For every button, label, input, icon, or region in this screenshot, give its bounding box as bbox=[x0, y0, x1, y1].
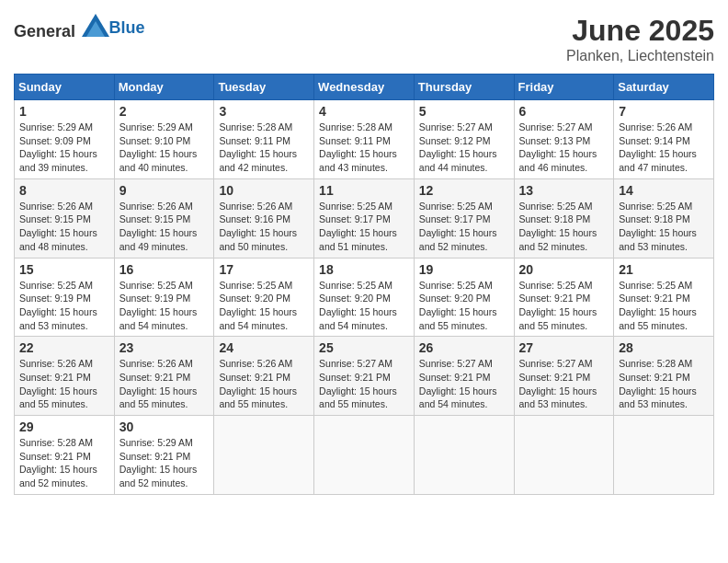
day-cell-25: 25 Sunrise: 5:27 AM Sunset: 9:21 PM Dayl… bbox=[314, 337, 415, 416]
day-cell-1: 1 Sunrise: 5:29 AM Sunset: 9:09 PM Dayli… bbox=[15, 100, 115, 179]
day-info: Sunrise: 5:29 AM Sunset: 9:21 PM Dayligh… bbox=[119, 436, 210, 490]
header: General Blue June 2025 Planken, Liechten… bbox=[14, 14, 714, 64]
day-number: 25 bbox=[319, 340, 409, 355]
day-cell-30: 30 Sunrise: 5:29 AM Sunset: 9:21 PM Dayl… bbox=[114, 416, 214, 495]
day-info: Sunrise: 5:25 AM Sunset: 9:21 PM Dayligh… bbox=[519, 279, 609, 333]
day-number: 6 bbox=[519, 104, 609, 119]
day-number: 5 bbox=[419, 104, 509, 119]
day-info: Sunrise: 5:25 AM Sunset: 9:20 PM Dayligh… bbox=[219, 279, 309, 333]
day-cell-9: 9 Sunrise: 5:26 AM Sunset: 9:15 PM Dayli… bbox=[114, 178, 214, 258]
day-cell-18: 18 Sunrise: 5:25 AM Sunset: 9:20 PM Dayl… bbox=[314, 258, 415, 337]
empty-cell bbox=[314, 416, 415, 495]
day-cell-22: 22 Sunrise: 5:26 AM Sunset: 9:21 PM Dayl… bbox=[15, 337, 115, 416]
day-number: 14 bbox=[619, 183, 709, 198]
day-cell-26: 26 Sunrise: 5:27 AM Sunset: 9:21 PM Dayl… bbox=[414, 337, 514, 416]
day-cell-4: 4 Sunrise: 5:28 AM Sunset: 9:11 PM Dayli… bbox=[314, 100, 415, 179]
day-cell-29: 29 Sunrise: 5:28 AM Sunset: 9:21 PM Dayl… bbox=[15, 416, 115, 495]
day-cell-19: 19 Sunrise: 5:25 AM Sunset: 9:20 PM Dayl… bbox=[414, 258, 514, 337]
day-info: Sunrise: 5:28 AM Sunset: 9:11 PM Dayligh… bbox=[319, 121, 409, 175]
day-cell-21: 21 Sunrise: 5:25 AM Sunset: 9:21 PM Dayl… bbox=[614, 258, 714, 337]
week-row-4: 22 Sunrise: 5:26 AM Sunset: 9:21 PM Dayl… bbox=[15, 337, 714, 416]
day-info: Sunrise: 5:27 AM Sunset: 9:21 PM Dayligh… bbox=[419, 357, 509, 411]
day-cell-11: 11 Sunrise: 5:25 AM Sunset: 9:17 PM Dayl… bbox=[314, 178, 415, 258]
weekday-header-sunday: Sunday bbox=[15, 75, 115, 100]
day-cell-13: 13 Sunrise: 5:25 AM Sunset: 9:18 PM Dayl… bbox=[514, 178, 614, 258]
location-title: Planken, Liechtenstein bbox=[566, 48, 714, 64]
weekday-header-friday: Friday bbox=[514, 75, 614, 100]
weekday-header-wednesday: Wednesday bbox=[314, 75, 415, 100]
day-cell-2: 2 Sunrise: 5:29 AM Sunset: 9:10 PM Dayli… bbox=[114, 100, 214, 179]
day-number: 28 bbox=[619, 340, 709, 355]
day-number: 24 bbox=[219, 340, 309, 355]
day-cell-17: 17 Sunrise: 5:25 AM Sunset: 9:20 PM Dayl… bbox=[214, 258, 314, 337]
day-info: Sunrise: 5:26 AM Sunset: 9:15 PM Dayligh… bbox=[119, 200, 210, 254]
day-info: Sunrise: 5:26 AM Sunset: 9:16 PM Dayligh… bbox=[219, 200, 309, 254]
week-row-5: 29 Sunrise: 5:28 AM Sunset: 9:21 PM Dayl… bbox=[15, 416, 714, 495]
week-row-2: 8 Sunrise: 5:26 AM Sunset: 9:15 PM Dayli… bbox=[15, 178, 714, 258]
day-cell-14: 14 Sunrise: 5:25 AM Sunset: 9:18 PM Dayl… bbox=[614, 178, 714, 258]
day-info: Sunrise: 5:25 AM Sunset: 9:18 PM Dayligh… bbox=[619, 200, 709, 254]
week-row-3: 15 Sunrise: 5:25 AM Sunset: 9:19 PM Dayl… bbox=[15, 258, 714, 337]
day-number: 7 bbox=[619, 104, 709, 119]
weekday-header-monday: Monday bbox=[114, 75, 214, 100]
day-number: 4 bbox=[319, 104, 409, 119]
day-number: 11 bbox=[319, 183, 409, 198]
day-number: 2 bbox=[119, 104, 210, 119]
logo: General Blue bbox=[14, 14, 145, 41]
day-number: 10 bbox=[219, 183, 309, 198]
day-info: Sunrise: 5:29 AM Sunset: 9:09 PM Dayligh… bbox=[19, 121, 109, 175]
empty-cell bbox=[614, 416, 714, 495]
day-info: Sunrise: 5:25 AM Sunset: 9:20 PM Dayligh… bbox=[319, 279, 409, 333]
weekday-header-saturday: Saturday bbox=[614, 75, 714, 100]
day-info: Sunrise: 5:28 AM Sunset: 9:11 PM Dayligh… bbox=[219, 121, 309, 175]
empty-cell bbox=[414, 416, 514, 495]
day-info: Sunrise: 5:28 AM Sunset: 9:21 PM Dayligh… bbox=[619, 357, 709, 411]
day-info: Sunrise: 5:26 AM Sunset: 9:21 PM Dayligh… bbox=[219, 357, 309, 411]
day-number: 30 bbox=[119, 419, 210, 434]
day-info: Sunrise: 5:25 AM Sunset: 9:21 PM Dayligh… bbox=[619, 279, 709, 333]
day-info: Sunrise: 5:27 AM Sunset: 9:21 PM Dayligh… bbox=[519, 357, 609, 411]
day-info: Sunrise: 5:27 AM Sunset: 9:21 PM Dayligh… bbox=[319, 357, 409, 411]
day-number: 21 bbox=[619, 262, 709, 277]
day-info: Sunrise: 5:26 AM Sunset: 9:14 PM Dayligh… bbox=[619, 121, 709, 175]
day-cell-28: 28 Sunrise: 5:28 AM Sunset: 9:21 PM Dayl… bbox=[614, 337, 714, 416]
calendar-table: SundayMondayTuesdayWednesdayThursdayFrid… bbox=[14, 74, 714, 495]
month-title: June 2025 bbox=[566, 14, 714, 48]
week-row-1: 1 Sunrise: 5:29 AM Sunset: 9:09 PM Dayli… bbox=[15, 100, 714, 179]
day-info: Sunrise: 5:27 AM Sunset: 9:12 PM Dayligh… bbox=[419, 121, 509, 175]
weekday-header-row: SundayMondayTuesdayWednesdayThursdayFrid… bbox=[15, 75, 714, 100]
day-cell-15: 15 Sunrise: 5:25 AM Sunset: 9:19 PM Dayl… bbox=[15, 258, 115, 337]
day-number: 8 bbox=[19, 183, 109, 198]
day-number: 18 bbox=[319, 262, 409, 277]
day-cell-12: 12 Sunrise: 5:25 AM Sunset: 9:17 PM Dayl… bbox=[414, 178, 514, 258]
day-number: 26 bbox=[419, 340, 509, 355]
day-number: 17 bbox=[219, 262, 309, 277]
day-info: Sunrise: 5:25 AM Sunset: 9:20 PM Dayligh… bbox=[419, 279, 509, 333]
day-info: Sunrise: 5:26 AM Sunset: 9:21 PM Dayligh… bbox=[19, 357, 109, 411]
weekday-header-tuesday: Tuesday bbox=[214, 75, 314, 100]
logo-blue: Blue bbox=[109, 18, 145, 37]
day-cell-8: 8 Sunrise: 5:26 AM Sunset: 9:15 PM Dayli… bbox=[15, 178, 115, 258]
day-number: 29 bbox=[19, 419, 109, 434]
day-info: Sunrise: 5:25 AM Sunset: 9:17 PM Dayligh… bbox=[319, 200, 409, 254]
weekday-header-thursday: Thursday bbox=[414, 75, 514, 100]
day-info: Sunrise: 5:29 AM Sunset: 9:10 PM Dayligh… bbox=[119, 121, 210, 175]
day-info: Sunrise: 5:25 AM Sunset: 9:18 PM Dayligh… bbox=[519, 200, 609, 254]
day-cell-23: 23 Sunrise: 5:26 AM Sunset: 9:21 PM Dayl… bbox=[114, 337, 214, 416]
day-number: 15 bbox=[19, 262, 109, 277]
day-cell-7: 7 Sunrise: 5:26 AM Sunset: 9:14 PM Dayli… bbox=[614, 100, 714, 179]
empty-cell bbox=[214, 416, 314, 495]
day-number: 20 bbox=[519, 262, 609, 277]
empty-cell bbox=[514, 416, 614, 495]
day-number: 19 bbox=[419, 262, 509, 277]
day-number: 13 bbox=[519, 183, 609, 198]
day-number: 9 bbox=[119, 183, 210, 198]
day-info: Sunrise: 5:27 AM Sunset: 9:13 PM Dayligh… bbox=[519, 121, 609, 175]
day-number: 16 bbox=[119, 262, 210, 277]
day-number: 3 bbox=[219, 104, 309, 119]
day-info: Sunrise: 5:26 AM Sunset: 9:21 PM Dayligh… bbox=[119, 357, 210, 411]
day-cell-5: 5 Sunrise: 5:27 AM Sunset: 9:12 PM Dayli… bbox=[414, 100, 514, 179]
day-cell-16: 16 Sunrise: 5:25 AM Sunset: 9:19 PM Dayl… bbox=[114, 258, 214, 337]
day-info: Sunrise: 5:28 AM Sunset: 9:21 PM Dayligh… bbox=[19, 436, 109, 490]
title-area: June 2025 Planken, Liechtenstein bbox=[566, 14, 714, 64]
